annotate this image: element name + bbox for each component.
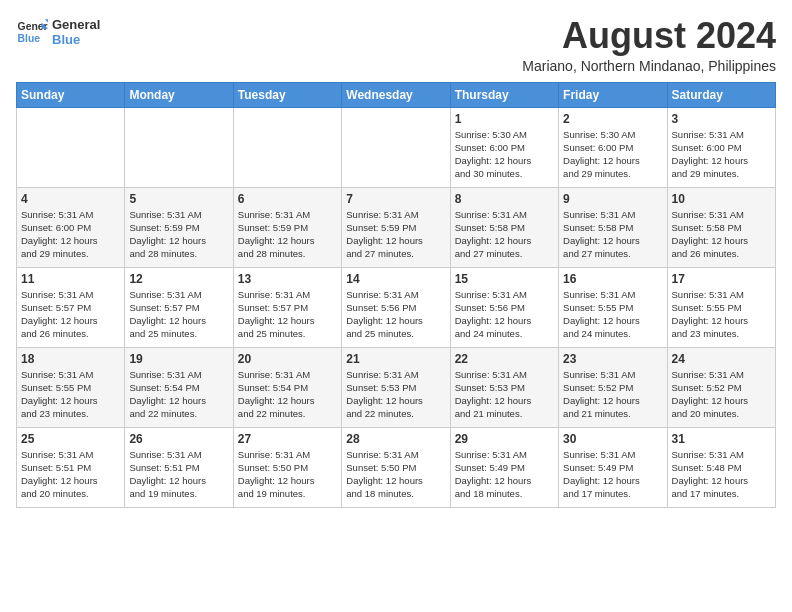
day-number: 18 xyxy=(21,352,120,366)
day-number: 7 xyxy=(346,192,445,206)
day-number: 20 xyxy=(238,352,337,366)
day-number: 9 xyxy=(563,192,662,206)
day-cell xyxy=(233,107,341,187)
day-info: Sunrise: 5:30 AMSunset: 6:00 PMDaylight:… xyxy=(563,128,662,181)
day-cell: 31Sunrise: 5:31 AMSunset: 5:48 PMDayligh… xyxy=(667,427,775,507)
day-cell: 12Sunrise: 5:31 AMSunset: 5:57 PMDayligh… xyxy=(125,267,233,347)
day-info: Sunrise: 5:31 AMSunset: 5:59 PMDaylight:… xyxy=(238,208,337,261)
day-number: 19 xyxy=(129,352,228,366)
day-info: Sunrise: 5:31 AMSunset: 5:49 PMDaylight:… xyxy=(455,448,554,501)
day-number: 12 xyxy=(129,272,228,286)
week-row-3: 11Sunrise: 5:31 AMSunset: 5:57 PMDayligh… xyxy=(17,267,776,347)
day-number: 8 xyxy=(455,192,554,206)
day-cell: 28Sunrise: 5:31 AMSunset: 5:50 PMDayligh… xyxy=(342,427,450,507)
day-number: 29 xyxy=(455,432,554,446)
day-info: Sunrise: 5:31 AMSunset: 5:56 PMDaylight:… xyxy=(346,288,445,341)
day-number: 4 xyxy=(21,192,120,206)
day-cell xyxy=(342,107,450,187)
day-number: 21 xyxy=(346,352,445,366)
logo-line1: General xyxy=(52,17,100,32)
day-number: 3 xyxy=(672,112,771,126)
day-info: Sunrise: 5:31 AMSunset: 6:00 PMDaylight:… xyxy=(21,208,120,261)
day-cell xyxy=(17,107,125,187)
day-info: Sunrise: 5:31 AMSunset: 5:55 PMDaylight:… xyxy=(672,288,771,341)
calendar-table: SundayMondayTuesdayWednesdayThursdayFrid… xyxy=(16,82,776,508)
day-cell: 10Sunrise: 5:31 AMSunset: 5:58 PMDayligh… xyxy=(667,187,775,267)
header-cell-friday: Friday xyxy=(559,82,667,107)
header-cell-sunday: Sunday xyxy=(17,82,125,107)
day-info: Sunrise: 5:31 AMSunset: 5:59 PMDaylight:… xyxy=(129,208,228,261)
day-cell: 7Sunrise: 5:31 AMSunset: 5:59 PMDaylight… xyxy=(342,187,450,267)
day-cell: 9Sunrise: 5:31 AMSunset: 5:58 PMDaylight… xyxy=(559,187,667,267)
day-info: Sunrise: 5:31 AMSunset: 5:58 PMDaylight:… xyxy=(455,208,554,261)
week-row-5: 25Sunrise: 5:31 AMSunset: 5:51 PMDayligh… xyxy=(17,427,776,507)
day-cell: 21Sunrise: 5:31 AMSunset: 5:53 PMDayligh… xyxy=(342,347,450,427)
day-info: Sunrise: 5:31 AMSunset: 5:54 PMDaylight:… xyxy=(238,368,337,421)
day-number: 15 xyxy=(455,272,554,286)
day-number: 10 xyxy=(672,192,771,206)
day-number: 14 xyxy=(346,272,445,286)
day-info: Sunrise: 5:31 AMSunset: 5:49 PMDaylight:… xyxy=(563,448,662,501)
location-title: Mariano, Northern Mindanao, Philippines xyxy=(522,58,776,74)
day-info: Sunrise: 5:31 AMSunset: 5:51 PMDaylight:… xyxy=(129,448,228,501)
day-cell: 4Sunrise: 5:31 AMSunset: 6:00 PMDaylight… xyxy=(17,187,125,267)
day-cell: 15Sunrise: 5:31 AMSunset: 5:56 PMDayligh… xyxy=(450,267,558,347)
day-info: Sunrise: 5:31 AMSunset: 5:59 PMDaylight:… xyxy=(346,208,445,261)
day-number: 24 xyxy=(672,352,771,366)
day-cell: 2Sunrise: 5:30 AMSunset: 6:00 PMDaylight… xyxy=(559,107,667,187)
title-block: August 2024 Mariano, Northern Mindanao, … xyxy=(522,16,776,74)
day-info: Sunrise: 5:31 AMSunset: 5:54 PMDaylight:… xyxy=(129,368,228,421)
day-info: Sunrise: 5:31 AMSunset: 5:50 PMDaylight:… xyxy=(346,448,445,501)
day-cell: 19Sunrise: 5:31 AMSunset: 5:54 PMDayligh… xyxy=(125,347,233,427)
calendar-body: 1Sunrise: 5:30 AMSunset: 6:00 PMDaylight… xyxy=(17,107,776,507)
day-cell: 25Sunrise: 5:31 AMSunset: 5:51 PMDayligh… xyxy=(17,427,125,507)
day-info: Sunrise: 5:31 AMSunset: 5:57 PMDaylight:… xyxy=(129,288,228,341)
day-number: 30 xyxy=(563,432,662,446)
day-info: Sunrise: 5:31 AMSunset: 5:53 PMDaylight:… xyxy=(346,368,445,421)
week-row-4: 18Sunrise: 5:31 AMSunset: 5:55 PMDayligh… xyxy=(17,347,776,427)
day-info: Sunrise: 5:31 AMSunset: 5:58 PMDaylight:… xyxy=(563,208,662,261)
day-info: Sunrise: 5:31 AMSunset: 5:48 PMDaylight:… xyxy=(672,448,771,501)
header-cell-wednesday: Wednesday xyxy=(342,82,450,107)
day-number: 16 xyxy=(563,272,662,286)
day-info: Sunrise: 5:31 AMSunset: 5:52 PMDaylight:… xyxy=(672,368,771,421)
day-number: 28 xyxy=(346,432,445,446)
day-number: 25 xyxy=(21,432,120,446)
day-cell: 27Sunrise: 5:31 AMSunset: 5:50 PMDayligh… xyxy=(233,427,341,507)
week-row-2: 4Sunrise: 5:31 AMSunset: 6:00 PMDaylight… xyxy=(17,187,776,267)
day-number: 23 xyxy=(563,352,662,366)
day-number: 2 xyxy=(563,112,662,126)
header-cell-monday: Monday xyxy=(125,82,233,107)
day-number: 22 xyxy=(455,352,554,366)
day-cell: 30Sunrise: 5:31 AMSunset: 5:49 PMDayligh… xyxy=(559,427,667,507)
day-cell: 16Sunrise: 5:31 AMSunset: 5:55 PMDayligh… xyxy=(559,267,667,347)
day-cell: 23Sunrise: 5:31 AMSunset: 5:52 PMDayligh… xyxy=(559,347,667,427)
header-cell-thursday: Thursday xyxy=(450,82,558,107)
day-info: Sunrise: 5:31 AMSunset: 5:51 PMDaylight:… xyxy=(21,448,120,501)
day-cell: 22Sunrise: 5:31 AMSunset: 5:53 PMDayligh… xyxy=(450,347,558,427)
logo-line2: Blue xyxy=(52,32,100,47)
day-info: Sunrise: 5:31 AMSunset: 5:56 PMDaylight:… xyxy=(455,288,554,341)
day-number: 13 xyxy=(238,272,337,286)
day-cell: 17Sunrise: 5:31 AMSunset: 5:55 PMDayligh… xyxy=(667,267,775,347)
day-number: 6 xyxy=(238,192,337,206)
day-info: Sunrise: 5:31 AMSunset: 5:52 PMDaylight:… xyxy=(563,368,662,421)
day-cell: 24Sunrise: 5:31 AMSunset: 5:52 PMDayligh… xyxy=(667,347,775,427)
day-cell: 13Sunrise: 5:31 AMSunset: 5:57 PMDayligh… xyxy=(233,267,341,347)
header-cell-tuesday: Tuesday xyxy=(233,82,341,107)
day-cell: 5Sunrise: 5:31 AMSunset: 5:59 PMDaylight… xyxy=(125,187,233,267)
logo: General Blue General Blue xyxy=(16,16,100,48)
header-row: SundayMondayTuesdayWednesdayThursdayFrid… xyxy=(17,82,776,107)
day-cell: 18Sunrise: 5:31 AMSunset: 5:55 PMDayligh… xyxy=(17,347,125,427)
day-number: 26 xyxy=(129,432,228,446)
day-info: Sunrise: 5:30 AMSunset: 6:00 PMDaylight:… xyxy=(455,128,554,181)
day-cell: 3Sunrise: 5:31 AMSunset: 6:00 PMDaylight… xyxy=(667,107,775,187)
day-number: 1 xyxy=(455,112,554,126)
day-info: Sunrise: 5:31 AMSunset: 5:57 PMDaylight:… xyxy=(238,288,337,341)
day-info: Sunrise: 5:31 AMSunset: 5:50 PMDaylight:… xyxy=(238,448,337,501)
day-number: 31 xyxy=(672,432,771,446)
day-cell: 1Sunrise: 5:30 AMSunset: 6:00 PMDaylight… xyxy=(450,107,558,187)
day-number: 5 xyxy=(129,192,228,206)
day-cell: 6Sunrise: 5:31 AMSunset: 5:59 PMDaylight… xyxy=(233,187,341,267)
page-header: General Blue General Blue August 2024 Ma… xyxy=(16,16,776,74)
